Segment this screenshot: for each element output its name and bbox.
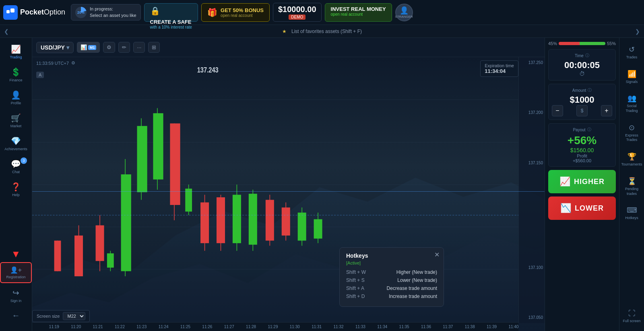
amount-currency[interactable]: $	[576, 105, 588, 116]
asset-selector[interactable]: USD/JPY ▾	[36, 42, 74, 53]
payout-profit-amount: $1560.00	[552, 147, 612, 153]
invest-label: INVEST REAL MONEY	[331, 6, 386, 12]
market-icon: 🛒	[11, 113, 21, 123]
screen-size-select[interactable]: M22 M11 M44	[63, 312, 85, 320]
hotkey-key-1: Shift + W	[346, 269, 366, 275]
time-value: 00:00:05	[552, 60, 612, 70]
svg-rect-28	[233, 195, 241, 243]
svg-rect-22	[185, 188, 192, 211]
fav-text: List of favorites assets (Shift + F)	[291, 29, 362, 34]
fav-arrow-left[interactable]: ❮	[0, 28, 13, 35]
get-bonus-sub: open real account	[221, 13, 264, 18]
candle-icon: 📊	[80, 44, 87, 50]
signin-icon: ↪	[12, 288, 19, 298]
time-label-1: 11:19	[49, 325, 59, 329]
create-safe-label: CREATE A SAFE	[150, 19, 192, 25]
sidebar-item-help[interactable]: ❓ Help	[0, 179, 32, 200]
sidebar-label-achievements: Achievements	[4, 147, 27, 151]
sidebar-label-profile: Profile	[11, 101, 21, 105]
payout-label: Payout ⓘ	[552, 127, 612, 132]
trades-icon: ↺	[629, 45, 635, 54]
top-bar: PocketOption 20% In progress: Select an …	[0, 0, 644, 25]
svg-text:137.243: 137.243	[197, 66, 219, 74]
chart-more[interactable]: ···	[133, 42, 145, 53]
rs-item-trades[interactable]: ↺ Trades	[619, 41, 644, 64]
create-safe-button[interactable]: 🔒 CREATE A SAFE with a 10% interest rate	[144, 3, 198, 22]
sidebar-item-chat[interactable]: 3 💬 Chat	[0, 156, 32, 177]
candlestick-chart: 137.243	[32, 57, 518, 322]
time-label-4: 11:22	[115, 325, 125, 329]
hotkeys-popup: ✕ Hotkeys [Active] Shift + W Higher (New…	[339, 247, 444, 307]
registration-icon: 👤+	[10, 266, 22, 274]
higher-button[interactable]: 📈 HIGHER	[548, 170, 616, 193]
svg-rect-26	[217, 197, 225, 243]
main-layout: 📈 Trading 💲 Finance 👤 Profile 🛒 Market 💎…	[0, 38, 644, 331]
sidebar-item-back[interactable]: ←	[0, 308, 32, 325]
amount-value: $1000	[552, 95, 612, 105]
avatar[interactable]: 👤 STRANGER	[395, 4, 413, 21]
svg-rect-38	[314, 219, 322, 238]
sidebar-item-trading[interactable]: 📈 Trading	[0, 41, 32, 62]
svg-rect-12	[107, 253, 114, 267]
time-label-13: 11:31	[312, 325, 322, 329]
price-label-4: 137.100	[520, 265, 543, 270]
payout-section: Payout ⓘ +56% $1560.00 Profit +$560.00	[548, 123, 616, 167]
balance-display: $10000.00 DEMO	[273, 3, 322, 22]
express-icon: ⊙	[629, 123, 635, 132]
chart-draw[interactable]: ✏	[118, 42, 130, 53]
time-label-20: 11:38	[465, 325, 475, 329]
red-arrow-icon: ▼	[11, 248, 21, 261]
svg-rect-1	[10, 8, 14, 12]
time-label-16: 11:34	[377, 325, 387, 329]
asset-dropdown-icon: ▾	[66, 44, 69, 51]
time-label-2: 11:20	[71, 325, 81, 329]
chart-settings[interactable]: ⚙	[103, 42, 115, 53]
time-label-10: 11:28	[246, 325, 256, 329]
help-icon: ❓	[11, 182, 21, 192]
sidebar-item-achievements[interactable]: 💎 Achievements	[0, 133, 32, 154]
amount-decrease[interactable]: −	[552, 105, 563, 116]
fav-arrow-right[interactable]: ❯	[631, 28, 644, 35]
back-icon: ←	[12, 311, 20, 320]
chart-grid[interactable]: ⊞	[148, 42, 160, 53]
hotkey-row-3: Shift + A Decrease trade amount	[346, 285, 437, 291]
amount-increase[interactable]: +	[601, 105, 612, 116]
sidebar-item-registration[interactable]: 👤+ Registration	[0, 262, 32, 283]
rs-item-tournaments[interactable]: 🏆 Tournaments	[619, 148, 644, 171]
hotkey-row-4: Shift + D Increase trade amount	[346, 294, 437, 299]
sidebar-item-finance[interactable]: 💲 Finance	[0, 64, 32, 85]
time-label-18: 11:36	[421, 325, 431, 329]
rs-item-signals[interactable]: 📶 Signals	[619, 66, 644, 89]
svg-rect-18	[153, 113, 163, 180]
sidebar-label-signin: Sign in	[10, 299, 22, 303]
lower-button[interactable]: 📉 LOWER	[548, 197, 616, 220]
percentage-bar: 45% 55%	[548, 41, 616, 46]
svg-rect-16	[137, 126, 147, 192]
time-label-3: 11:21	[93, 325, 103, 329]
screen-size-bar: Screen size M22 M11 M44	[32, 310, 90, 322]
rs-item-fullscreen[interactable]: ⛶ Full screen	[619, 305, 644, 328]
avatar-label: STRANGER	[395, 15, 413, 19]
hotkey-row-2: Shift + S Lower (New trade)	[346, 277, 437, 283]
hotkeys-close[interactable]: ✕	[434, 251, 440, 259]
invest-button[interactable]: INVEST REAL MONEY open real account	[325, 3, 392, 22]
rs-item-express[interactable]: ⊙ Express Trades	[619, 119, 644, 147]
sidebar-item-market[interactable]: 🛒 Market	[0, 110, 32, 131]
rs-label-trades: Trades	[626, 55, 638, 60]
time-label-21: 11:39	[487, 325, 497, 329]
get-bonus-button[interactable]: 🎁 GET 50% BONUS open real account	[201, 3, 270, 22]
rs-item-hotkeys[interactable]: ⌨ Hotkeys	[619, 202, 644, 225]
settings-icon: ⚙	[107, 44, 111, 50]
rs-item-pending[interactable]: ⏳ Pending trades	[619, 173, 644, 200]
svg-rect-24	[200, 203, 209, 243]
sidebar-item-profile[interactable]: 👤 Profile	[0, 87, 32, 108]
sidebar-item-signin[interactable]: ↪ Sign in	[0, 285, 32, 306]
time-section: Time ⓘ 00:00:05 ⏱	[548, 49, 616, 81]
rs-item-social[interactable]: 👥 Social Trading	[619, 90, 644, 117]
time-clock-icon[interactable]: ⏱	[552, 70, 612, 77]
chart-type-candle[interactable]: 📊 M1	[77, 42, 100, 53]
price-line	[32, 191, 545, 192]
svg-rect-6	[54, 241, 61, 271]
hotkey-desc-1: Higher (New trade)	[396, 269, 437, 275]
tournaments-icon: 🏆	[627, 152, 636, 161]
